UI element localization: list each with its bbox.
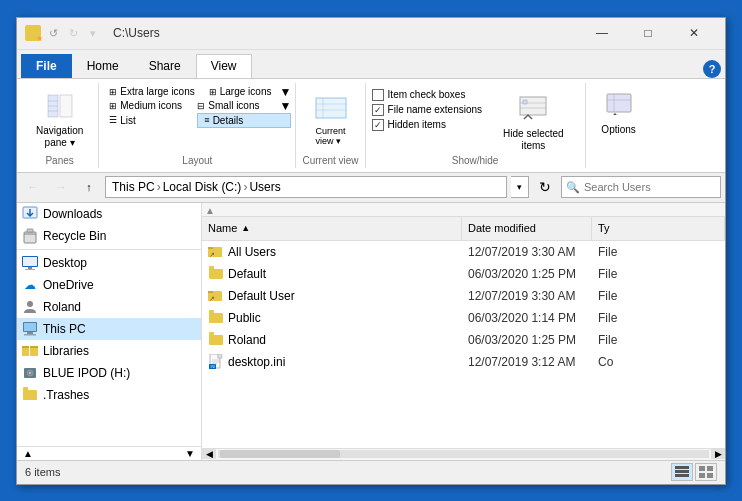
list-label: List — [120, 115, 136, 126]
minimize-button[interactable]: — — [579, 18, 625, 48]
file-name-extensions-cb[interactable] — [372, 104, 384, 116]
recycle-bin-icon — [21, 227, 39, 245]
ini-svg: INI — [209, 354, 223, 370]
hidden-items-toggle[interactable]: Hidden items — [372, 119, 483, 131]
small-icons-btn[interactable]: ⊟ Small icons — [191, 99, 277, 113]
large-icons-btn[interactable]: ⊞ Large icons — [203, 85, 278, 99]
file-row-all-users[interactable]: ↗ All Users 12/07/2019 3:30 AM File — [202, 241, 725, 263]
col-header-date[interactable]: Date modified — [462, 217, 592, 240]
sidebar-item-recycle-bin[interactable]: Recycle Bin 📌 — [17, 225, 201, 247]
trashes-label: .Trashes — [43, 388, 89, 402]
sidebar-item-libraries[interactable]: Libraries — [17, 340, 201, 362]
h-scroll-right[interactable]: ▶ — [711, 449, 725, 459]
file-list-scroll[interactable]: ↗ All Users 12/07/2019 3:30 AM File D — [202, 241, 725, 448]
tab-view[interactable]: View — [196, 54, 252, 78]
sidebar-sep-1 — [17, 249, 201, 250]
search-box[interactable]: 🔍 — [561, 176, 721, 198]
back-button[interactable]: ← — [21, 175, 45, 199]
path-part-users[interactable]: Users — [249, 180, 280, 194]
file-name-extensions-toggle[interactable]: File name extensions — [372, 104, 483, 116]
sidebar-item-blue-ipod[interactable]: BLUE IPOD (H:) — [17, 362, 201, 384]
svg-rect-40 — [208, 291, 213, 293]
help-icon[interactable]: ? — [703, 60, 721, 78]
tab-home[interactable]: Home — [72, 54, 134, 78]
file-row-default-user[interactable]: ↗ Default User 12/07/2019 3:30 AM File — [202, 285, 725, 307]
svg-rect-26 — [24, 323, 36, 331]
sidebar-item-roland[interactable]: Roland — [17, 296, 201, 318]
hide-selected-button[interactable]: Hide selecteditems — [494, 85, 573, 155]
sidebar-item-desktop[interactable]: Desktop — [17, 252, 201, 274]
details-btn[interactable]: ≡ Details — [197, 113, 291, 128]
sidebar-item-trashes[interactable]: .Trashes — [17, 384, 201, 406]
checkbox-row: Item check boxes File name extensions Hi… — [372, 89, 483, 131]
hide-selected-svg — [518, 93, 548, 123]
tab-share[interactable]: Share — [134, 54, 196, 78]
layout-dropdown-1[interactable]: ▼ — [279, 85, 291, 99]
path-part-thispc[interactable]: This PC — [112, 180, 155, 194]
current-view-button[interactable]: Currentview ▾ — [311, 94, 351, 144]
panes-group: Navigationpane ▾ Panes — [21, 83, 99, 168]
path-dropdown[interactable]: ▾ — [511, 176, 529, 198]
hidden-items-cb[interactable] — [372, 119, 384, 131]
svg-rect-23 — [25, 269, 35, 270]
sidebar-item-downloads[interactable]: Downloads 📌 — [17, 203, 201, 225]
sort-arrow-indicator: ▲ — [202, 205, 218, 216]
sidebar-scroll-up[interactable]: ▲ — [19, 447, 37, 460]
tab-file[interactable]: File — [21, 54, 72, 78]
extra-large-icons-btn[interactable]: ⊞ Extra large icons — [103, 85, 200, 99]
current-view-dropdown-btn[interactable]: Currentview ▾ — [311, 128, 351, 144]
main-content: Downloads 📌 Recycle Bin 📌 — [17, 203, 725, 460]
sidebar-scroll-down[interactable]: ▼ — [181, 447, 199, 460]
forward-button[interactable]: → — [49, 175, 73, 199]
current-view-icon-area[interactable] — [311, 94, 351, 128]
list-view-svg — [699, 466, 713, 478]
layout-group: ⊞ Extra large icons ⊞ Large icons ▼ ⊞ Me… — [99, 83, 296, 168]
search-icon: 🔍 — [566, 181, 580, 194]
sidebar-item-this-pc[interactable]: This PC — [17, 318, 201, 340]
current-view-svg — [315, 97, 347, 125]
file-row-public[interactable]: Public 06/03/2020 1:14 PM File — [202, 307, 725, 329]
onedrive-label: OneDrive — [43, 278, 94, 292]
file-row-desktop-ini[interactable]: INI desktop.ini 12/07/2019 3:12 AM Co — [202, 351, 725, 373]
medium-icons-label: Medium icons — [120, 100, 182, 111]
path-part-localdisk[interactable]: Local Disk (C:) — [163, 180, 242, 194]
view-details-button[interactable] — [671, 463, 693, 481]
svg-rect-53 — [707, 466, 713, 471]
sidebar: Downloads 📌 Recycle Bin 📌 — [17, 203, 202, 460]
svg-point-35 — [29, 372, 31, 374]
trashes-folder-icon — [21, 386, 39, 404]
recycle-svg — [23, 228, 37, 244]
options-label: Options — [601, 124, 635, 135]
medium-icons-btn[interactable]: ⊞ Medium icons — [103, 99, 189, 113]
close-button[interactable]: ✕ — [671, 18, 717, 48]
refresh-button[interactable]: ↻ — [533, 175, 557, 199]
layout-dropdown-2[interactable]: ▼ — [279, 99, 291, 113]
h-scroll-thumb[interactable] — [220, 450, 340, 458]
sidebar-scroll[interactable]: Downloads 📌 Recycle Bin 📌 — [17, 203, 201, 446]
file-row-default[interactable]: Default 06/03/2020 1:25 PM File — [202, 263, 725, 285]
col-header-name[interactable]: Name ▲ — [202, 217, 462, 240]
sidebar-item-onedrive[interactable]: ☁ OneDrive — [17, 274, 201, 296]
view-list-button[interactable] — [695, 463, 717, 481]
svg-rect-5 — [316, 98, 346, 118]
public-icon — [208, 310, 224, 326]
list-btn[interactable]: ☰ List — [103, 113, 195, 128]
item-check-boxes-cb[interactable] — [372, 89, 384, 101]
search-input[interactable] — [584, 181, 722, 193]
navigation-pane-button[interactable]: Navigationpane ▾ — [27, 86, 92, 152]
ribbon: File Home Share View ? — [17, 50, 725, 173]
maximize-button[interactable]: □ — [625, 18, 671, 48]
options-button[interactable]: Options — [592, 85, 646, 138]
h-scroll-left[interactable]: ◀ — [202, 449, 216, 459]
file-type-default: File — [592, 267, 725, 281]
title-bar-icons: ★ ↺ ↻ ▾ — [25, 25, 101, 41]
horizontal-scrollbar[interactable]: ◀ ▶ — [202, 448, 725, 460]
current-view-label: Current view — [302, 155, 358, 166]
svg-rect-55 — [707, 473, 713, 478]
file-row-roland[interactable]: Roland 06/03/2020 1:25 PM File — [202, 329, 725, 351]
col-header-type[interactable]: Ty — [592, 217, 725, 240]
address-path: This PC › Local Disk (C:) › Users — [105, 176, 507, 198]
details-label: Details — [213, 115, 244, 126]
up-button[interactable]: ↑ — [77, 175, 101, 199]
item-check-boxes-toggle[interactable]: Item check boxes — [372, 89, 483, 101]
